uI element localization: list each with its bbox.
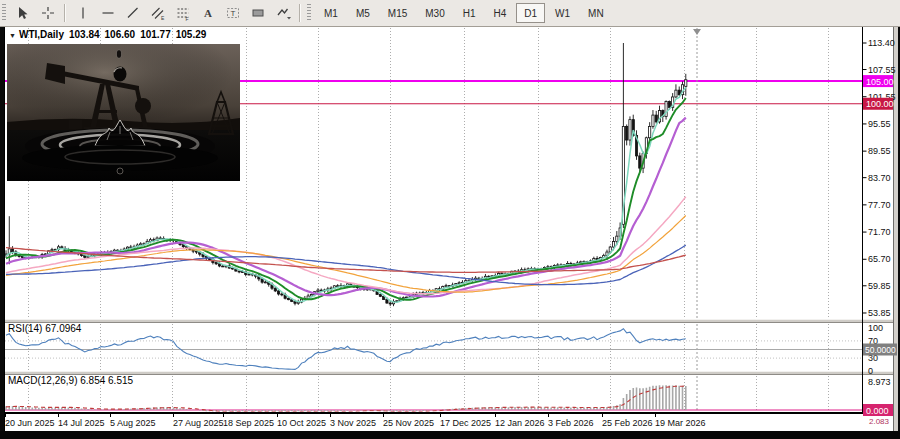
timeframe-group: M1M5M15M30H1H4D1W1MN bbox=[315, 3, 613, 23]
rsi-indicator-label: RSI(14) 67.0964 bbox=[8, 323, 81, 334]
timeframe-button-m15[interactable]: M15 bbox=[380, 3, 415, 23]
svg-text:3 Feb 2026: 3 Feb 2026 bbox=[548, 418, 594, 428]
price-badge-100.00: 100.00 bbox=[863, 98, 894, 110]
svg-text:F: F bbox=[185, 16, 188, 22]
svg-text:89.55: 89.55 bbox=[868, 146, 891, 156]
svg-text:50.0000: 50.0000 bbox=[865, 345, 896, 355]
trendline-tool-button[interactable] bbox=[120, 2, 145, 24]
rsi-mid-badge: 50.0000 bbox=[863, 344, 897, 356]
svg-text:10 Oct 2025: 10 Oct 2025 bbox=[277, 418, 326, 428]
vertical-line-tool-button[interactable] bbox=[70, 2, 95, 24]
text-tool-button[interactable]: A bbox=[195, 2, 220, 24]
svg-text:E: E bbox=[161, 15, 165, 21]
svg-text:25 Feb 2026: 25 Feb 2026 bbox=[602, 418, 653, 428]
ohlc-open: 103.84 bbox=[69, 29, 100, 40]
macd-indicator-label: MACD(12,26,9) 6.854 6.515 bbox=[8, 375, 133, 386]
svg-text:71.70: 71.70 bbox=[868, 227, 891, 237]
trendline-icon bbox=[125, 5, 141, 21]
timeframe-button-w1[interactable]: W1 bbox=[547, 3, 578, 23]
svg-text:3 Nov 2025: 3 Nov 2025 bbox=[330, 418, 376, 428]
fibonacci-icon: F bbox=[175, 5, 191, 21]
cursor-icon bbox=[15, 5, 31, 21]
svg-text:5 Aug 2025: 5 Aug 2025 bbox=[110, 418, 156, 428]
timeframe-button-m30[interactable]: M30 bbox=[417, 3, 452, 23]
svg-text:8.973: 8.973 bbox=[868, 377, 891, 387]
svg-text:T: T bbox=[230, 9, 235, 18]
toolbar-grip[interactable] bbox=[2, 4, 6, 22]
rectangle-icon bbox=[250, 5, 266, 21]
timeframe-button-mn[interactable]: MN bbox=[580, 3, 612, 23]
terminal-window: EFAT M1M5M15M30H1H4D1W1MN 113.40107.5510… bbox=[0, 0, 900, 439]
equidistant-channel-icon: E bbox=[150, 5, 166, 21]
svg-text:0.000: 0.000 bbox=[866, 406, 889, 416]
window-right-edge bbox=[894, 26, 899, 439]
svg-text:18 Sep 2025: 18 Sep 2025 bbox=[223, 418, 274, 428]
svg-text:19 Mar 2026: 19 Mar 2026 bbox=[655, 418, 706, 428]
svg-text:20 Jun 2025: 20 Jun 2025 bbox=[5, 418, 55, 428]
svg-text:77.70: 77.70 bbox=[868, 200, 891, 210]
toolbar-separator bbox=[299, 4, 301, 22]
timeframe-button-h1[interactable]: H1 bbox=[455, 3, 484, 23]
drawing-tools-group: EFAT bbox=[10, 2, 305, 24]
crosshair-tool-button[interactable] bbox=[35, 2, 60, 24]
symbol-label: WTI,Daily bbox=[19, 29, 64, 40]
toolbar-separator bbox=[64, 4, 66, 22]
svg-text:59.85: 59.85 bbox=[868, 281, 891, 291]
svg-text:A: A bbox=[204, 7, 212, 19]
text-label-tool-button[interactable]: T bbox=[220, 2, 245, 24]
ohlc-high: 106.60 bbox=[105, 29, 136, 40]
timeframe-button-m1[interactable]: M1 bbox=[316, 3, 346, 23]
svg-text:17 Dec 2025: 17 Dec 2025 bbox=[440, 418, 491, 428]
text-icon: A bbox=[200, 5, 216, 21]
macd-zero-badge: 0.000 bbox=[863, 404, 893, 416]
text-label-icon: T bbox=[225, 5, 241, 21]
svg-text:65.70: 65.70 bbox=[868, 254, 891, 264]
svg-text:53.85: 53.85 bbox=[868, 308, 891, 318]
svg-text:12 Jan 2026: 12 Jan 2026 bbox=[495, 418, 545, 428]
horizontal-line-tool-button[interactable] bbox=[95, 2, 120, 24]
chart-title: ▼WTI,Daily103.84106.60101.77105.29 bbox=[9, 29, 211, 40]
vertical-line-icon bbox=[75, 5, 91, 21]
timeframe-button-h4[interactable]: H4 bbox=[486, 3, 515, 23]
horizontal-line-icon bbox=[100, 5, 116, 21]
svg-text:107.55: 107.55 bbox=[868, 65, 896, 75]
price-badge-105.00: 105.00 bbox=[863, 75, 894, 87]
toolbar-grip-2[interactable] bbox=[307, 4, 311, 22]
crosshair-icon bbox=[40, 5, 56, 21]
svg-text:0: 0 bbox=[868, 366, 873, 376]
svg-text:25 Nov 2025: 25 Nov 2025 bbox=[383, 418, 434, 428]
equidistant-channel-tool-button[interactable]: E bbox=[145, 2, 170, 24]
fibonacci-tool-button[interactable]: F bbox=[170, 2, 195, 24]
svg-text:27 Aug 2025: 27 Aug 2025 bbox=[173, 418, 224, 428]
ohlc-close: 105.29 bbox=[176, 29, 207, 40]
ohlc-low: 101.77 bbox=[140, 29, 171, 40]
svg-text:100.00: 100.00 bbox=[866, 99, 894, 109]
svg-text:14 Jul 2025: 14 Jul 2025 bbox=[58, 418, 105, 428]
oil-photo-image bbox=[7, 44, 240, 181]
arrows-tool-button[interactable] bbox=[270, 2, 295, 24]
svg-text:95.55: 95.55 bbox=[868, 119, 891, 129]
svg-text:83.70: 83.70 bbox=[868, 173, 891, 183]
symbol-dropdown-icon[interactable]: ▼ bbox=[9, 32, 16, 39]
svg-text:2.083: 2.083 bbox=[869, 417, 890, 426]
svg-text:100: 100 bbox=[868, 323, 883, 333]
timeframe-button-d1[interactable]: D1 bbox=[516, 3, 545, 23]
timeframe-button-m5[interactable]: M5 bbox=[348, 3, 378, 23]
cursor-tool-button[interactable] bbox=[10, 2, 35, 24]
arrows-icon bbox=[275, 5, 291, 21]
oil-photo-art bbox=[7, 44, 240, 181]
svg-text:105.00: 105.00 bbox=[866, 77, 894, 87]
rectangle-tool-button[interactable] bbox=[245, 2, 270, 24]
toolbar: EFAT M1M5M15M30H1H4D1W1MN bbox=[0, 0, 900, 27]
svg-text:113.40: 113.40 bbox=[868, 38, 895, 48]
